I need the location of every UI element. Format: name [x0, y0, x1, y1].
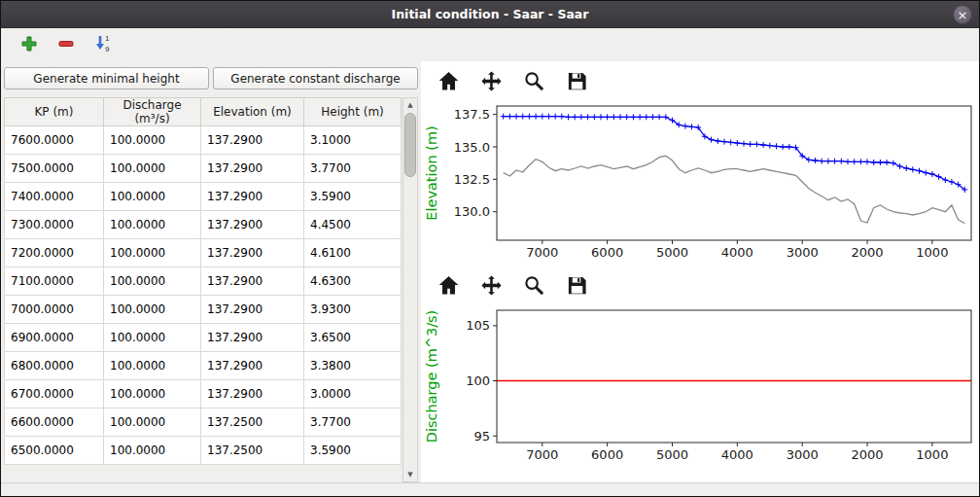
- close-button[interactable]: ×: [953, 5, 972, 24]
- table-cell[interactable]: 137.2900: [201, 296, 304, 324]
- table-container: KP (m) Discharge (m³/s) Elevation (m) He…: [4, 97, 418, 465]
- table-cell[interactable]: 3.7700: [304, 155, 402, 183]
- table-cell[interactable]: 6500.0000: [5, 437, 104, 465]
- table-cell[interactable]: 6600.0000: [5, 408, 104, 437]
- table-cell[interactable]: 7300.0000: [5, 211, 104, 239]
- table-cell[interactable]: 137.2900: [201, 352, 304, 380]
- x-tick-label: 5000: [656, 447, 688, 462]
- col-header-discharge[interactable]: Discharge (m³/s): [104, 98, 201, 126]
- table-cell[interactable]: 100.0000: [104, 183, 201, 211]
- table-cell[interactable]: 7200.0000: [5, 239, 104, 267]
- table-row[interactable]: 6500.0000100.0000137.25003.5900: [5, 437, 402, 465]
- discharge-plot[interactable]: 700060005000400030002000100095100105Disc…: [421, 302, 979, 468]
- table-cell[interactable]: 3.0000: [304, 380, 402, 408]
- table-cell[interactable]: 100.0000: [104, 352, 201, 380]
- table-cell[interactable]: 100.0000: [104, 126, 201, 155]
- table-row[interactable]: 6800.0000100.0000137.29003.3800: [5, 352, 402, 380]
- table-cell[interactable]: 3.7700: [304, 408, 402, 437]
- table-row[interactable]: 7000.0000100.0000137.29003.9300: [5, 296, 402, 324]
- initial-condition-table: KP (m) Discharge (m³/s) Elevation (m) He…: [4, 97, 402, 465]
- add-row-button[interactable]: [18, 33, 40, 57]
- table-row[interactable]: 6700.0000100.0000137.29003.0000: [5, 380, 402, 408]
- y-tick-label: 100: [466, 373, 490, 388]
- table-cell[interactable]: 100.0000: [104, 211, 201, 239]
- col-header-height[interactable]: Height (m): [304, 98, 402, 126]
- window: Initial condition - Saar - Saar × 1 9: [0, 0, 980, 497]
- x-tick-label: 6000: [591, 447, 623, 462]
- table-cell[interactable]: 100.0000: [104, 239, 201, 267]
- remove-row-button[interactable]: [55, 33, 77, 57]
- elevation-plot[interactable]: 7000600050004000300020001000130.0132.513…: [421, 98, 979, 266]
- scrollbar-thumb[interactable]: [404, 113, 416, 177]
- x-tick-label: 6000: [591, 245, 623, 260]
- left-panel: Generate minimal height Generate constan…: [1, 61, 421, 482]
- vertical-scrollbar[interactable]: ▲ ▼: [402, 97, 418, 482]
- close-icon: ×: [958, 8, 968, 22]
- generate-minimal-height-button[interactable]: Generate minimal height: [4, 67, 209, 89]
- save-button-2[interactable]: [563, 273, 591, 301]
- table-cell[interactable]: 4.6300: [304, 267, 402, 296]
- table-cell[interactable]: 100.0000: [104, 324, 201, 352]
- table-cell[interactable]: 6800.0000: [5, 352, 104, 380]
- table-cell[interactable]: 137.2900: [201, 324, 304, 352]
- titlebar: Initial condition - Saar - Saar ×: [1, 1, 979, 28]
- scroll-up-arrow[interactable]: ▲: [403, 98, 417, 112]
- table-cell[interactable]: 100.0000: [104, 267, 201, 296]
- table-row[interactable]: 6900.0000100.0000137.29003.6500: [5, 324, 402, 352]
- table-cell[interactable]: 137.2900: [201, 155, 304, 183]
- zoom-button-2[interactable]: [520, 273, 548, 301]
- table-cell[interactable]: 137.2500: [201, 437, 304, 465]
- table-cell[interactable]: 7100.0000: [5, 267, 104, 296]
- table-cell[interactable]: 100.0000: [104, 296, 201, 324]
- scroll-down-arrow[interactable]: ▼: [403, 468, 417, 481]
- pan-icon: [480, 274, 503, 300]
- table-cell[interactable]: 100.0000: [104, 155, 201, 183]
- generate-constant-discharge-button[interactable]: Generate constant discharge: [213, 67, 418, 89]
- col-header-elevation[interactable]: Elevation (m): [201, 98, 304, 126]
- table-cell[interactable]: 137.2900: [201, 211, 304, 239]
- x-tick-label: 1000: [916, 447, 948, 462]
- table-cell[interactable]: 3.5900: [304, 437, 402, 465]
- table-cell[interactable]: 7000.0000: [5, 296, 104, 324]
- pan-button-2[interactable]: [477, 273, 506, 301]
- table-row[interactable]: 7500.0000100.0000137.29003.7700: [5, 155, 402, 183]
- col-header-kp[interactable]: KP (m): [5, 98, 104, 126]
- pan-button[interactable]: [477, 69, 506, 96]
- table-cell[interactable]: 3.3800: [304, 352, 402, 380]
- table-cell[interactable]: 6700.0000: [5, 380, 104, 408]
- table-cell[interactable]: 137.2900: [201, 267, 304, 296]
- table-row[interactable]: 7400.0000100.0000137.29003.5900: [5, 183, 402, 211]
- table-cell[interactable]: 4.4500: [304, 211, 402, 239]
- table-cell[interactable]: 137.2500: [201, 408, 304, 437]
- table-row[interactable]: 6600.0000100.0000137.25003.7700: [5, 408, 402, 437]
- table-cell[interactable]: 3.9300: [304, 296, 402, 324]
- table-cell[interactable]: 137.2900: [201, 380, 304, 408]
- table-cell[interactable]: 3.6500: [304, 324, 402, 352]
- table-row[interactable]: 7600.0000100.0000137.29003.1000: [5, 126, 402, 155]
- table-row[interactable]: 7300.0000100.0000137.29004.4500: [5, 211, 402, 239]
- table-cell[interactable]: 3.5900: [304, 183, 402, 211]
- table-cell[interactable]: 100.0000: [104, 380, 201, 408]
- save-button[interactable]: [563, 69, 591, 96]
- home-button[interactable]: [435, 69, 463, 96]
- table-row[interactable]: 7100.0000100.0000137.29004.6300: [5, 267, 402, 296]
- table-cell[interactable]: 7600.0000: [5, 126, 104, 155]
- x-tick-label: 7000: [526, 245, 558, 260]
- table-cell[interactable]: 4.6100: [304, 239, 402, 267]
- table-cell[interactable]: 100.0000: [104, 408, 201, 437]
- table-cell[interactable]: 137.2900: [201, 126, 304, 155]
- zoom-button[interactable]: [520, 69, 548, 96]
- home-button-2[interactable]: [435, 273, 463, 301]
- y-tick-label: 135.0: [454, 140, 490, 155]
- table-cell[interactable]: 137.2900: [201, 183, 304, 211]
- table-cell[interactable]: 6900.0000: [5, 324, 104, 352]
- table-cell[interactable]: 3.1000: [304, 126, 402, 155]
- table-cell[interactable]: 7400.0000: [5, 183, 104, 211]
- x-tick-label: 7000: [526, 447, 558, 462]
- table-row[interactable]: 7200.0000100.0000137.29004.6100: [5, 239, 402, 267]
- sort-button[interactable]: 1 9: [92, 31, 116, 58]
- table-cell[interactable]: 137.2900: [201, 239, 304, 267]
- table-cell[interactable]: 7500.0000: [5, 155, 104, 183]
- table-cell[interactable]: 100.0000: [104, 437, 201, 465]
- home-icon: [438, 70, 460, 95]
